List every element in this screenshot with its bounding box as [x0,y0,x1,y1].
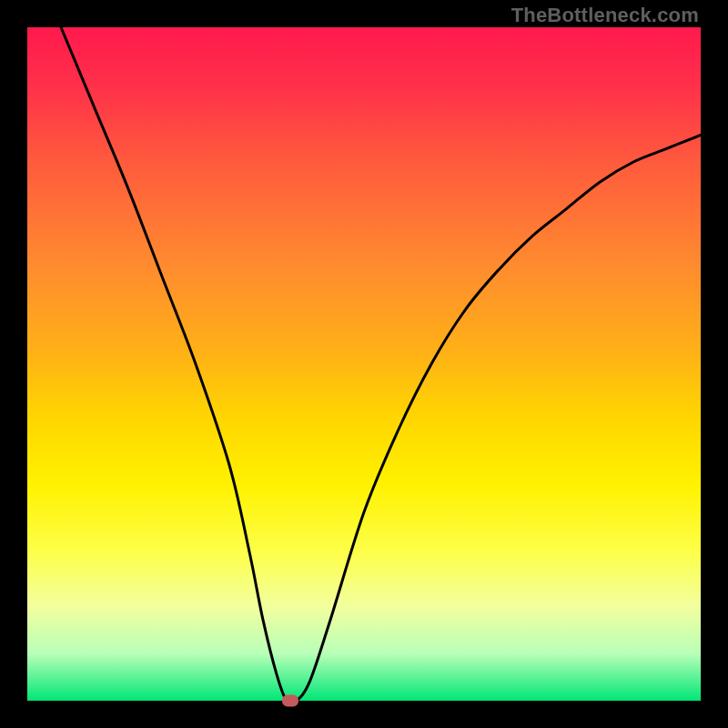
plot-area [27,27,701,701]
watermark-text: TheBottleneck.com [511,4,699,27]
curve-svg [27,27,701,701]
chart-frame: TheBottleneck.com [0,0,728,728]
bottleneck-curve [61,27,701,701]
optimum-marker [282,695,298,707]
